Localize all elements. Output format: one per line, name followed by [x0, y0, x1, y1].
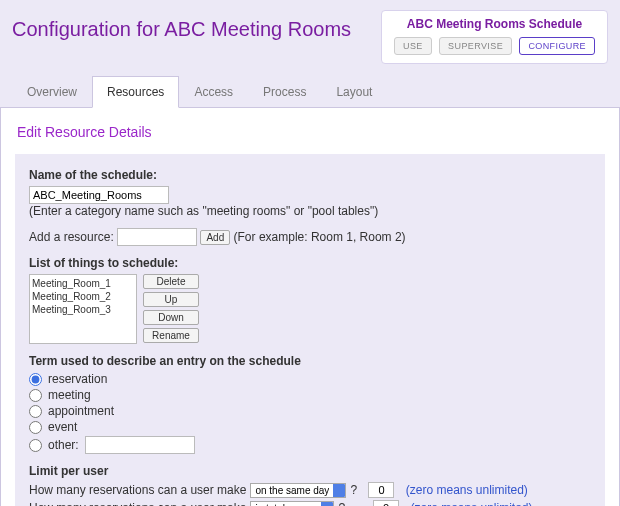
- term-radio-event[interactable]: [29, 421, 42, 434]
- page-title: Configuration for ABC Meeting Rooms: [12, 18, 351, 41]
- limit-note-1: (zero means unlimited): [406, 483, 528, 497]
- section-heading: Edit Resource Details: [17, 124, 605, 140]
- limit-q1-suffix: ?: [350, 483, 357, 497]
- use-button[interactable]: USE: [394, 37, 432, 55]
- tab-resources[interactable]: Resources: [92, 76, 179, 108]
- schedule-box: ABC Meeting Rooms Schedule USE SUPERVISE…: [381, 10, 608, 64]
- schedule-box-title: ABC Meeting Rooms Schedule: [392, 17, 597, 31]
- term-event: event: [48, 420, 77, 434]
- tab-overview[interactable]: Overview: [12, 76, 92, 108]
- add-resource-row: Add a resource: Add (For example: Room 1…: [29, 228, 591, 246]
- list-item[interactable]: Meeting_Room_1: [32, 277, 134, 290]
- term-meeting: meeting: [48, 388, 91, 402]
- term-appointment: appointment: [48, 404, 114, 418]
- term-radio-appointment[interactable]: [29, 405, 42, 418]
- limit-q1-prefix: How many reservations can a user make: [29, 483, 246, 497]
- schedule-name-label: Name of the schedule:: [29, 168, 591, 182]
- tab-access[interactable]: Access: [179, 76, 248, 108]
- form-area: Name of the schedule: (Enter a category …: [15, 154, 605, 506]
- limit-value-1[interactable]: [368, 482, 394, 498]
- configure-button[interactable]: CONFIGURE: [519, 37, 595, 55]
- schedule-name-hint: (Enter a category name such as "meeting …: [29, 204, 591, 218]
- add-resource-input[interactable]: [117, 228, 197, 246]
- supervise-button[interactable]: SUPERVISE: [439, 37, 512, 55]
- term-other: other:: [48, 438, 79, 452]
- limit-select-1[interactable]: on the same day: [250, 483, 346, 498]
- tab-layout[interactable]: Layout: [321, 76, 387, 108]
- term-other-input[interactable]: [85, 436, 195, 454]
- tab-process[interactable]: Process: [248, 76, 321, 108]
- limit-note-2: (zero means unlimited): [410, 501, 532, 506]
- term-radio-other[interactable]: [29, 439, 42, 452]
- rename-button[interactable]: Rename: [143, 328, 199, 343]
- term-label: Term used to describe an entry on the sc…: [29, 354, 591, 368]
- add-resource-button[interactable]: Add: [200, 230, 230, 245]
- list-item[interactable]: Meeting_Room_2: [32, 290, 134, 303]
- limit-select-2[interactable]: in total: [250, 501, 334, 507]
- term-radio-reservation[interactable]: [29, 373, 42, 386]
- down-button[interactable]: Down: [143, 310, 199, 325]
- add-resource-label: Add a resource:: [29, 230, 114, 244]
- limit-q2-suffix: ?: [338, 501, 345, 506]
- resource-list-label: List of things to schedule:: [29, 256, 591, 270]
- panel: Edit Resource Details Name of the schedu…: [0, 108, 620, 506]
- term-radio-meeting[interactable]: [29, 389, 42, 402]
- list-item[interactable]: Meeting_Room_3: [32, 303, 134, 316]
- add-resource-hint: (For example: Room 1, Room 2): [234, 230, 406, 244]
- schedule-name-input[interactable]: [29, 186, 169, 204]
- term-reservation: reservation: [48, 372, 107, 386]
- delete-button[interactable]: Delete: [143, 274, 199, 289]
- limit-label: Limit per user: [29, 464, 591, 478]
- tabs: Overview Resources Access Process Layout: [0, 76, 620, 108]
- limit-value-2[interactable]: [373, 500, 399, 506]
- up-button[interactable]: Up: [143, 292, 199, 307]
- limit-q2-prefix: How many reservations can a user make: [29, 501, 246, 506]
- resource-listbox[interactable]: Meeting_Room_1 Meeting_Room_2 Meeting_Ro…: [29, 274, 137, 344]
